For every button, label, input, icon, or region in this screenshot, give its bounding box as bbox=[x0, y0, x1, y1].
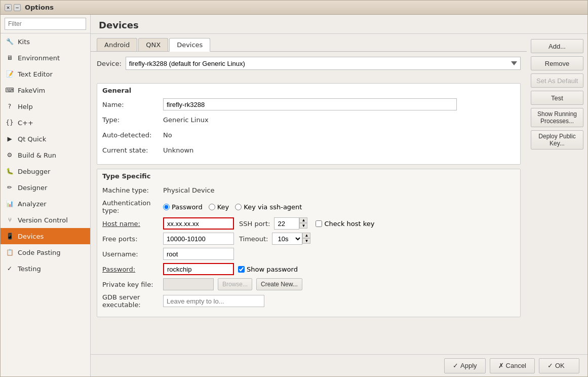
browse-button[interactable]: Browse... bbox=[218, 278, 252, 290]
private-key-input[interactable] bbox=[163, 278, 214, 290]
field-row-username: Username: bbox=[102, 248, 515, 260]
action-buttons-panel: Add... Remove Set As Default Test Show R… bbox=[527, 34, 587, 354]
ssh-row: SSH port: ▲ ▼ bbox=[239, 217, 375, 230]
field-row-name: Name: bbox=[102, 98, 515, 110]
sidebar-item-cpp[interactable]: {} C++ bbox=[1, 115, 90, 131]
cancel-button[interactable]: ✗ Cancel bbox=[490, 358, 535, 373]
timeout-up[interactable]: ▲ bbox=[302, 233, 310, 238]
host-name-label: Host name: bbox=[102, 220, 163, 228]
ssh-port-input[interactable] bbox=[274, 217, 299, 230]
sidebar-item-designer[interactable]: ✏ Designer bbox=[1, 179, 90, 196]
radio-key-input[interactable] bbox=[209, 204, 215, 210]
general-content: Name: Type: Generic Linux Auto-detected:… bbox=[97, 96, 520, 164]
sidebar-item-environment[interactable]: 🖥 Environment bbox=[1, 50, 90, 66]
minimize-button[interactable]: − bbox=[14, 4, 21, 11]
main-panel: Android QNX Devices Device: firefly-rk32… bbox=[91, 34, 527, 354]
private-key-row: Browse... Create New... bbox=[163, 278, 302, 290]
sidebar-item-label: Debugger bbox=[18, 168, 50, 175]
right-panel: Devices Android QNX Devices Device: bbox=[91, 15, 587, 376]
create-new-button[interactable]: Create New... bbox=[256, 278, 302, 290]
check-host-key-option[interactable]: Check host key bbox=[316, 220, 374, 228]
sidebar-item-label: Code Pasting bbox=[18, 249, 61, 256]
check-host-key-checkbox[interactable] bbox=[316, 220, 322, 227]
sidebar-item-build-run[interactable]: ⚙ Build & Run bbox=[1, 147, 90, 163]
general-group: General Name: Type: Generic Linux bbox=[97, 83, 521, 165]
testing-icon: ✓ bbox=[6, 265, 14, 273]
test-button[interactable]: Test bbox=[531, 91, 583, 105]
content-area: Android QNX Devices Device: firefly-rk32… bbox=[91, 34, 587, 354]
password-label: Password: bbox=[102, 266, 163, 273]
device-select[interactable]: firefly-rk3288 (default for Generic Linu… bbox=[126, 57, 521, 70]
ok-label: OK bbox=[555, 362, 565, 369]
fakevim-icon: ⌨ bbox=[6, 86, 14, 94]
timeout-down[interactable]: ▼ bbox=[302, 238, 310, 244]
close-button[interactable]: × bbox=[5, 4, 12, 11]
sidebar-item-debugger[interactable]: 🐛 Debugger bbox=[1, 163, 90, 179]
radio-password[interactable]: Password bbox=[163, 203, 203, 211]
radio-password-input[interactable] bbox=[163, 204, 170, 210]
sidebar-item-qt-quick[interactable]: ▶ Qt Quick bbox=[1, 131, 90, 147]
free-ports-label: Free ports: bbox=[102, 235, 163, 243]
code-pasting-icon: 📋 bbox=[6, 248, 14, 256]
window-title: Options bbox=[25, 4, 54, 11]
set-default-button[interactable]: Set As Default bbox=[531, 73, 583, 88]
password-input[interactable] bbox=[163, 263, 234, 275]
sidebar-item-label: Text Editor bbox=[18, 70, 53, 78]
sidebar-item-code-pasting[interactable]: 📋 Code Pasting bbox=[1, 244, 90, 260]
tab-qnx[interactable]: QNX bbox=[138, 38, 168, 51]
name-input[interactable] bbox=[163, 98, 457, 110]
show-running-button[interactable]: Show Running Processes... bbox=[531, 108, 583, 127]
sidebar-item-version-control[interactable]: ⑂ Version Control bbox=[1, 212, 90, 228]
device-section: Device: firefly-rk3288 (default for Gene… bbox=[91, 52, 527, 79]
sidebar-item-label: C++ bbox=[18, 119, 33, 127]
show-password-checkbox[interactable] bbox=[238, 266, 245, 273]
field-row-hostname: Host name: SSH port: ▲ ▼ bbox=[102, 217, 515, 230]
ssh-port-label: SSH port: bbox=[239, 220, 270, 228]
add-button[interactable]: Add... bbox=[531, 39, 583, 53]
username-label: Username: bbox=[102, 250, 163, 258]
apply-button[interactable]: ✓ Apply bbox=[444, 358, 486, 373]
host-name-input[interactable] bbox=[163, 217, 234, 230]
sidebar-item-kits[interactable]: 🔧 Kits bbox=[1, 33, 90, 50]
free-ports-input[interactable] bbox=[163, 233, 234, 245]
sidebar-item-devices[interactable]: 📱 Devices bbox=[1, 228, 90, 244]
sidebar-item-label: Designer bbox=[18, 184, 47, 192]
current-state-value: Unknown bbox=[163, 146, 193, 154]
help-icon: ? bbox=[6, 102, 14, 110]
radio-key-agent[interactable]: Key via ssh-agent bbox=[235, 203, 302, 211]
filter-input[interactable] bbox=[5, 18, 86, 30]
deploy-key-button[interactable]: Deploy Public Key... bbox=[531, 130, 583, 149]
ok-button[interactable]: ✓ OK bbox=[539, 358, 579, 373]
remove-button[interactable]: Remove bbox=[531, 56, 583, 70]
radio-key-agent-input[interactable] bbox=[235, 204, 242, 210]
username-input[interactable] bbox=[163, 248, 234, 260]
auto-detected-value: No bbox=[163, 131, 172, 139]
show-password-option[interactable]: Show password bbox=[238, 266, 298, 273]
gdb-input[interactable] bbox=[163, 295, 264, 307]
type-label: Type: bbox=[102, 116, 163, 124]
ssh-port-up[interactable]: ▲ bbox=[299, 217, 307, 223]
designer-icon: ✏ bbox=[6, 183, 14, 192]
text-editor-icon: 📝 bbox=[6, 70, 14, 78]
timeout-select[interactable]: 10s bbox=[272, 233, 302, 245]
sidebar-item-label: FakeVim bbox=[18, 87, 45, 94]
machine-type-value: Physical Device bbox=[163, 186, 214, 194]
type-specific-title: Type Specific bbox=[97, 169, 520, 182]
auto-detected-label: Auto-detected: bbox=[102, 131, 163, 139]
filter-box bbox=[1, 15, 90, 33]
sidebar-item-label: Devices bbox=[18, 233, 44, 240]
radio-key[interactable]: Key bbox=[209, 203, 229, 211]
sidebar-item-help[interactable]: ? Help bbox=[1, 98, 90, 115]
radio-password-label: Password bbox=[172, 203, 203, 211]
sidebar-item-fakevim[interactable]: ⌨ FakeVim bbox=[1, 82, 90, 98]
sidebar-item-testing[interactable]: ✓ Testing bbox=[1, 260, 90, 277]
sidebar-item-text-editor[interactable]: 📝 Text Editor bbox=[1, 66, 90, 82]
sidebar-item-label: Analyzer bbox=[18, 200, 47, 208]
sidebar-item-analyzer[interactable]: 📊 Analyzer bbox=[1, 196, 90, 212]
tab-devices[interactable]: Devices bbox=[169, 38, 210, 52]
name-label: Name: bbox=[102, 101, 163, 108]
field-row-private-key: Private key file: Browse... Create New..… bbox=[102, 278, 515, 290]
tab-android[interactable]: Android bbox=[97, 38, 137, 51]
device-label: Device: bbox=[97, 60, 122, 67]
ssh-port-down[interactable]: ▼ bbox=[299, 223, 307, 229]
